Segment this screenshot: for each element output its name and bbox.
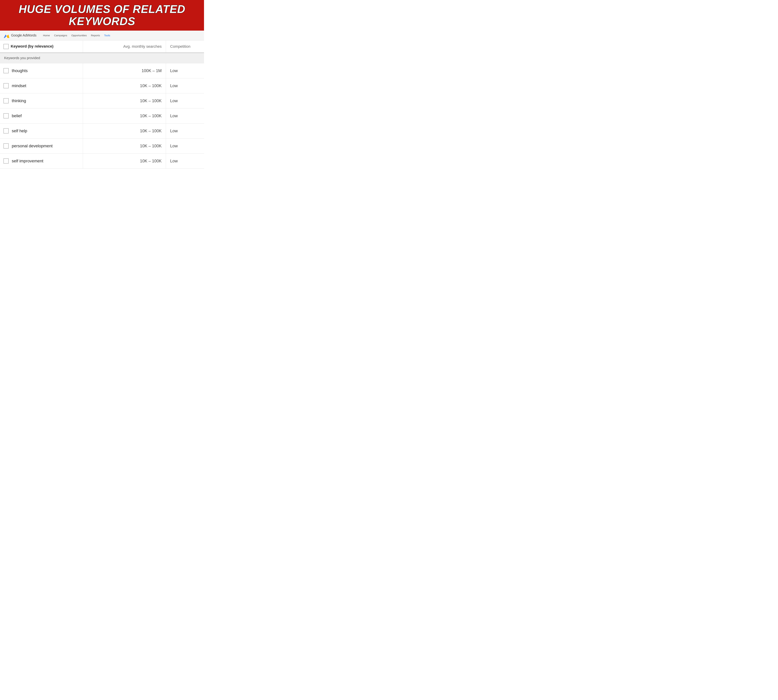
searches-value-5: 10K – 100K (140, 143, 162, 148)
cell-searches-4: 10K – 100K (83, 123, 166, 138)
navbar: Google AdWords Home Campaigns Opportunit… (0, 31, 204, 40)
th-searches-cell: Avg. monthly searches (83, 40, 166, 53)
row-checkbox-1[interactable] (3, 83, 8, 88)
row-checkbox-5[interactable] (3, 143, 8, 148)
row-checkbox-4[interactable] (3, 128, 8, 133)
cell-searches-0: 100K – 1M (83, 63, 166, 78)
th-keyword-cell: Keyword (by relevance) (0, 40, 83, 53)
table-body: thoughts 100K – 1M Low mindset 10K – 100… (0, 63, 204, 168)
cell-competition-0: Low (166, 63, 204, 78)
row-checkbox-3[interactable] (3, 113, 8, 118)
cell-competition-6: Low (166, 153, 204, 168)
searches-value-3: 10K – 100K (140, 113, 162, 118)
row-checkbox-0[interactable] (3, 68, 8, 73)
nav-campaigns[interactable]: Campaigns (54, 34, 67, 37)
competition-value-4: Low (170, 128, 178, 133)
cell-keyword-1: mindset (0, 78, 83, 93)
nav-home[interactable]: Home (43, 34, 50, 37)
cell-competition-1: Low (166, 78, 204, 93)
cell-searches-5: 10K – 100K (83, 138, 166, 153)
cell-competition-2: Low (166, 93, 204, 108)
competition-value-1: Low (170, 83, 178, 88)
cell-keyword-4: self help (0, 123, 83, 138)
table-row: mindset 10K – 100K Low (0, 78, 204, 93)
th-competition-label: Competition (170, 44, 190, 49)
searches-value-6: 10K – 100K (140, 158, 162, 163)
banner: HUGE VOLUMES OF RELATED KEYWORDS (0, 0, 204, 31)
keyword-table: Keyword (by relevance) Avg. monthly sear… (0, 40, 204, 168)
svg-marker-0 (4, 34, 7, 38)
header-checkbox[interactable] (3, 44, 8, 49)
row-checkbox-2[interactable] (3, 98, 8, 103)
cell-keyword-3: belief (0, 108, 83, 123)
logo-text: Google AdWords (11, 33, 37, 37)
row-checkbox-6[interactable] (3, 158, 8, 163)
competition-value-6: Low (170, 158, 178, 163)
svg-marker-2 (7, 34, 9, 38)
table-row: thinking 10K – 100K Low (0, 93, 204, 108)
table-row: belief 10K – 100K Low (0, 108, 204, 123)
cell-keyword-0: thoughts (0, 63, 83, 78)
section-label: Keywords you provided (0, 53, 204, 63)
cell-competition-3: Low (166, 108, 204, 123)
banner-title: HUGE VOLUMES OF RELATED KEYWORDS (4, 3, 200, 27)
cell-keyword-5: personal development (0, 138, 83, 153)
table-row: personal development 10K – 100K Low (0, 138, 204, 153)
cell-competition-5: Low (166, 138, 204, 153)
keyword-text-6: self improvement (12, 158, 43, 163)
cell-searches-1: 10K – 100K (83, 78, 166, 93)
cell-keyword-2: thinking (0, 93, 83, 108)
competition-value-5: Low (170, 143, 178, 148)
table-row: self help 10K – 100K Low (0, 123, 204, 138)
table-row: self improvement 10K – 100K Low (0, 153, 204, 168)
keyword-text-2: thinking (12, 98, 26, 103)
keyword-text-0: thoughts (12, 68, 28, 73)
searches-value-0: 100K – 1M (142, 68, 162, 73)
cell-competition-4: Low (166, 123, 204, 138)
cell-searches-3: 10K – 100K (83, 108, 166, 123)
th-competition-cell: Competition (166, 40, 204, 53)
searches-value-2: 10K – 100K (140, 98, 162, 103)
searches-value-1: 10K – 100K (140, 83, 162, 88)
keyword-text-3: belief (12, 113, 22, 118)
th-searches-label: Avg. monthly searches (123, 44, 162, 49)
table-header: Keyword (by relevance) Avg. monthly sear… (0, 40, 204, 53)
logo: Google AdWords (3, 32, 37, 38)
table-row: thoughts 100K – 1M Low (0, 63, 204, 78)
competition-value-2: Low (170, 98, 178, 103)
competition-value-3: Low (170, 113, 178, 118)
keyword-text-4: self help (12, 128, 27, 133)
searches-value-4: 10K – 100K (140, 128, 162, 133)
th-keyword-label: Keyword (by relevance) (11, 44, 53, 49)
keyword-text-1: mindset (12, 83, 26, 88)
cell-keyword-6: self improvement (0, 153, 83, 168)
cell-searches-6: 10K – 100K (83, 153, 166, 168)
nav-links: Home Campaigns Opportunities Reports Too… (43, 34, 110, 37)
competition-value-0: Low (170, 68, 178, 73)
nav-reports[interactable]: Reports (91, 34, 100, 37)
adwords-logo-icon (3, 32, 10, 38)
nav-opportunities[interactable]: Opportunities (72, 34, 87, 37)
keyword-text-5: personal development (12, 143, 53, 148)
cell-searches-2: 10K – 100K (83, 93, 166, 108)
nav-tools[interactable]: Tools (104, 34, 110, 37)
